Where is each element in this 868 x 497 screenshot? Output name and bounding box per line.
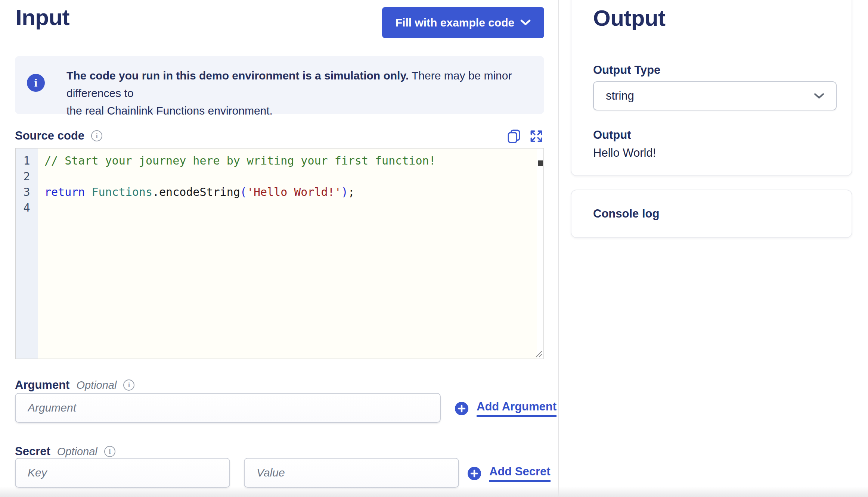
- panel-divider: [558, 0, 559, 497]
- info-icon: i: [27, 74, 45, 92]
- expand-icon: [528, 128, 544, 144]
- output-type-value: string: [606, 89, 634, 103]
- editor-code[interactable]: // Start your journey here by writing yo…: [38, 149, 536, 359]
- chainlink-functions-playground: Input Fill with example code i The code …: [0, 0, 868, 497]
- banner-bold-text: The code you run in this demo environmen…: [66, 69, 409, 82]
- add-secret-button[interactable]: Add Secret: [467, 465, 551, 482]
- editor-actions: [506, 128, 544, 144]
- input-panel-title: Input: [16, 4, 69, 30]
- line-number: 4: [16, 200, 38, 216]
- expand-editor-button[interactable]: [528, 128, 544, 144]
- output-panel-title: Output: [593, 5, 666, 31]
- line-number: 3: [16, 184, 38, 200]
- chevron-down-icon: [813, 93, 825, 99]
- output-result-value: Hello World!: [593, 146, 656, 160]
- source-code-header: Source code i: [15, 129, 102, 143]
- code-line: // Start your journey here by writing yo…: [44, 153, 536, 169]
- source-code-label: Source code: [15, 129, 84, 143]
- fill-button-label: Fill with example code: [396, 16, 514, 29]
- banner-line-1: The code you run in this demo environmen…: [66, 67, 533, 102]
- source-code-editor[interactable]: 1234 // Start your journey here by writi…: [15, 148, 544, 359]
- argument-info-icon[interactable]: i: [123, 379, 134, 391]
- code-line: [44, 200, 536, 216]
- plus-circle-icon: [467, 466, 482, 481]
- banner-line-2: the real Chainlink Functions environment…: [66, 102, 533, 119]
- secret-header: Secret Optional i: [15, 445, 115, 458]
- plus-circle-icon: [454, 401, 469, 416]
- fill-with-example-code-button[interactable]: Fill with example code: [382, 7, 544, 38]
- copy-code-button[interactable]: [506, 128, 522, 144]
- editor-scrollbar[interactable]: [537, 149, 543, 359]
- add-secret-label: Add Secret: [489, 465, 551, 482]
- code-line: [44, 169, 536, 184]
- console-log-card: Console log: [571, 190, 852, 238]
- add-argument-label: Add Argument: [477, 400, 557, 417]
- chevron-down-icon: [520, 19, 531, 26]
- argument-label: Argument: [15, 378, 69, 392]
- source-code-info-icon[interactable]: i: [91, 130, 102, 141]
- output-type-label: Output Type: [593, 63, 660, 77]
- secret-value-input[interactable]: [244, 458, 459, 488]
- argument-input[interactable]: [15, 393, 441, 423]
- simulation-notice-banner: i The code you run in this demo environm…: [15, 56, 544, 114]
- output-type-select[interactable]: string: [593, 81, 837, 110]
- secret-label: Secret: [15, 445, 50, 458]
- line-number: 1: [16, 153, 38, 169]
- secret-optional-label: Optional: [57, 446, 97, 458]
- output-card: Output Output Type string Output Hello W…: [571, 0, 852, 176]
- console-log-label: Console log: [593, 207, 659, 221]
- secret-key-input[interactable]: [15, 458, 230, 488]
- banner-text: The code you run in this demo environmen…: [66, 67, 533, 119]
- editor-gutter: 1234: [16, 149, 38, 359]
- argument-optional-label: Optional: [76, 379, 117, 391]
- copy-icon: [506, 128, 522, 144]
- output-result-label: Output: [593, 128, 631, 142]
- line-number: 2: [16, 169, 38, 184]
- code-line: return Functions.encodeString('Hello Wor…: [44, 184, 536, 200]
- bottom-fade: [0, 487, 868, 497]
- argument-header: Argument Optional i: [15, 378, 134, 392]
- secret-info-icon[interactable]: i: [104, 446, 115, 457]
- add-argument-button[interactable]: Add Argument: [454, 400, 557, 417]
- resize-handle-icon[interactable]: [533, 348, 543, 358]
- editor-scrollbar-thumb[interactable]: [538, 160, 543, 166]
